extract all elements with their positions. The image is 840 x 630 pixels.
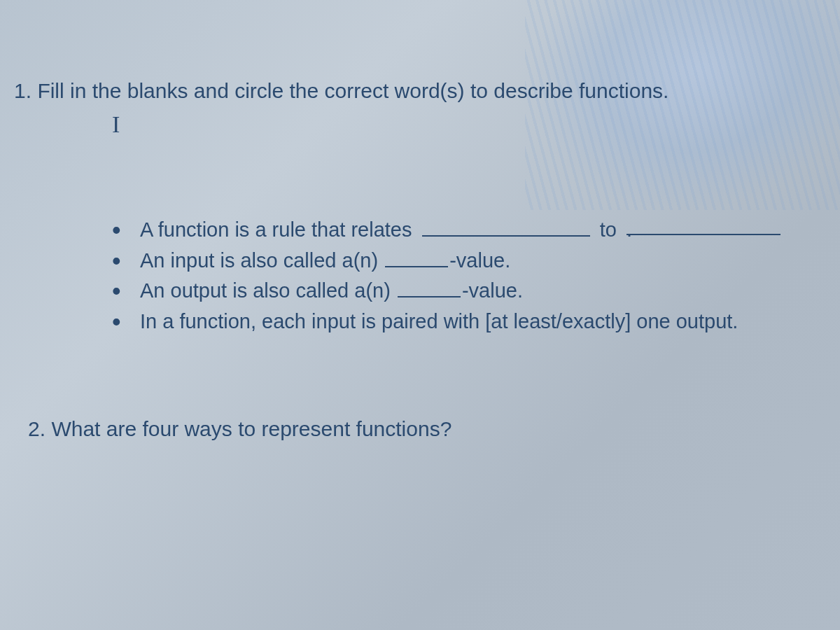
bullet-2-text-a: An input is also called a(n) <box>140 249 378 272</box>
bullet-list: A function is a rule that relates to An … <box>112 215 826 337</box>
question-2-prompt: 2. What are four ways to represent funct… <box>28 417 826 441</box>
blank-input-1b[interactable] <box>626 215 780 235</box>
blank-input-3[interactable] <box>398 277 461 298</box>
bullet-item-1: A function is a rule that relates to <box>112 215 826 246</box>
blank-input-1a[interactable] <box>422 216 590 237</box>
bullet-item-4: In a function, each input is paired with… <box>112 307 826 337</box>
bullet-1-text-a: A function is a rule that relates <box>140 218 412 241</box>
text-cursor[interactable]: I <box>112 111 826 138</box>
question-1-prompt: 1. Fill in the blanks and circle the cor… <box>14 77 826 104</box>
bullet-1-to: to <box>600 218 617 241</box>
bullet-item-3: An output is also called a(n) -value. <box>112 276 826 307</box>
bullet-3-text-a: An output is also called a(n) <box>140 279 391 302</box>
blank-input-2[interactable] <box>385 247 448 267</box>
bullet-3-suffix: -value. <box>462 279 523 302</box>
question-1-number: 1. <box>14 79 31 102</box>
question-2-text: What are four ways to represent function… <box>51 417 451 440</box>
bullet-2-suffix: -value. <box>449 249 510 272</box>
bullet-4-text: In a function, each input is paired with… <box>140 310 738 332</box>
question-2-number: 2. <box>28 417 46 440</box>
document-content: 1. Fill in the blanks and circle the cor… <box>0 0 840 441</box>
bullet-item-2: An input is also called a(n) -value. <box>112 246 826 276</box>
question-1-text: Fill in the blanks and circle the correc… <box>37 79 668 102</box>
